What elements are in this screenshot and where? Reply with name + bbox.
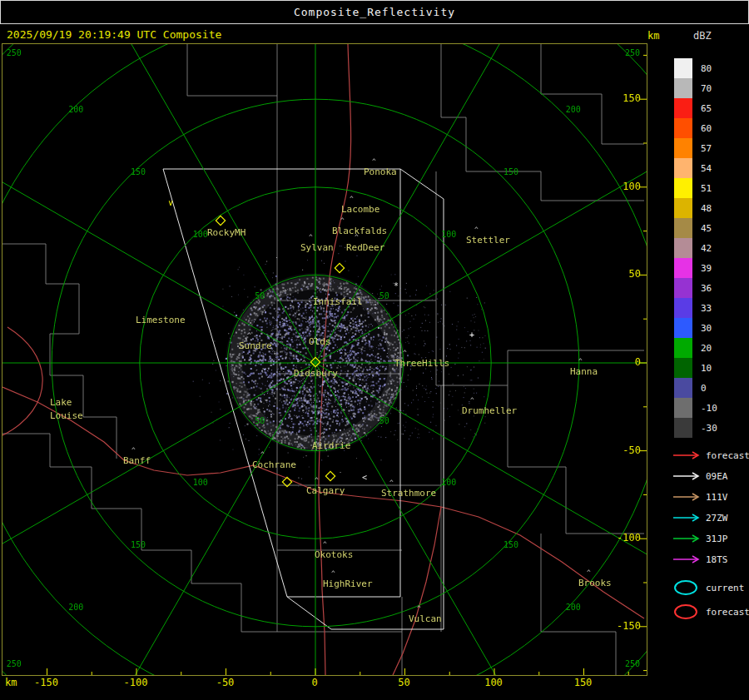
city-label: Strathmore bbox=[381, 488, 436, 499]
legend-arrow-icon bbox=[672, 491, 701, 503]
axis-unit-top-right: km bbox=[647, 30, 659, 42]
colorbar-value: 33 bbox=[701, 303, 712, 314]
city-marker: ^ bbox=[320, 432, 325, 439]
colorbar-value: 48 bbox=[701, 203, 712, 214]
colorbar-value: 30 bbox=[701, 323, 712, 334]
legend-label: forecast bbox=[706, 607, 749, 618]
city-label: Calgary bbox=[306, 485, 345, 496]
city-marker: ^ bbox=[417, 605, 421, 613]
city-marker: ^ bbox=[355, 234, 359, 241]
legend-arrow-icon bbox=[672, 533, 701, 544]
city-marker: ^ bbox=[323, 541, 327, 549]
colorbar-value: 65 bbox=[701, 103, 712, 114]
axis-label-bottom: 50 bbox=[398, 677, 409, 688]
city-label: Didsbury bbox=[294, 368, 338, 379]
city-label: Drumheller bbox=[462, 405, 517, 416]
city-label: Blackfalds bbox=[332, 226, 387, 236]
legend-item: 18TS bbox=[672, 554, 728, 565]
city-label: RockyMH bbox=[207, 227, 246, 238]
city-label: Airdrie bbox=[312, 440, 350, 451]
legend-arrow-icon bbox=[672, 470, 701, 482]
axis-label-right: 50 bbox=[629, 268, 641, 280]
map-label-layer: 150100500-50-100-150Ponoka^Lacombe^Black… bbox=[2, 44, 647, 675]
bottom-axis: -150-100-50050100150 bbox=[2, 677, 647, 690]
city-marker: ^ bbox=[331, 570, 335, 578]
colorbar-value: -30 bbox=[701, 423, 717, 434]
colorbar-value: -10 bbox=[701, 403, 717, 414]
city-label: Sylvan bbox=[300, 242, 334, 253]
colorbar-swatch bbox=[674, 418, 692, 438]
colorbar-value: 80 bbox=[701, 63, 712, 74]
axis-label-right: -100 bbox=[617, 532, 641, 544]
city-label: Banff bbox=[123, 455, 151, 466]
colorbar-value: 51 bbox=[701, 183, 712, 194]
colorbar-swatch bbox=[674, 198, 692, 218]
city-label: Sundre bbox=[239, 340, 272, 351]
colorbar-value: 20 bbox=[701, 343, 712, 354]
colorbar-swatch bbox=[674, 178, 692, 198]
city-marker: ^ bbox=[578, 358, 583, 365]
legend-item: current bbox=[672, 579, 744, 596]
city-label: Vulcan bbox=[409, 613, 442, 624]
colorbar-swatch bbox=[674, 98, 692, 118]
colorbar-swatch bbox=[674, 58, 692, 78]
legend-label: forecast bbox=[706, 450, 749, 461]
axis-label-right: 150 bbox=[623, 92, 641, 104]
city-label: Okotoks bbox=[315, 549, 353, 560]
colorbar: 807065605754514845423936333020100-10-30 bbox=[671, 58, 749, 446]
city-label: Cochrane bbox=[252, 459, 296, 470]
legend-item: 111V bbox=[672, 491, 728, 503]
city-marker: ^ bbox=[403, 350, 407, 357]
city-marker: ^ bbox=[260, 451, 265, 459]
legend-ellipse-icon bbox=[672, 579, 701, 596]
colorbar-value: 57 bbox=[701, 143, 712, 154]
colorbar-value: 36 bbox=[701, 283, 712, 294]
colorbar-swatch bbox=[674, 358, 692, 378]
city-marker: ^ bbox=[340, 217, 345, 225]
legend-item: 27ZW bbox=[672, 512, 728, 524]
city-marker: ^ bbox=[302, 360, 306, 367]
colorbar-value: 0 bbox=[701, 383, 707, 394]
legend-arrow-icon bbox=[672, 554, 701, 565]
legend-label: current bbox=[706, 583, 744, 593]
colorbar-swatch bbox=[674, 398, 692, 418]
colorbar-swatch bbox=[674, 378, 692, 398]
city-label: Ponoka bbox=[364, 166, 397, 177]
city-label: Stettler bbox=[466, 235, 510, 246]
city-label: ThreeHills bbox=[394, 358, 449, 369]
axis-label-bottom: -150 bbox=[34, 677, 58, 688]
colorbar-swatch bbox=[674, 138, 692, 158]
city-marker: ^ bbox=[350, 196, 354, 203]
city-label: Lake bbox=[50, 397, 72, 408]
city-marker: ^ bbox=[309, 234, 313, 241]
city-marker: ^ bbox=[317, 328, 321, 335]
legend-label: 27ZW bbox=[706, 513, 728, 524]
axis-label-right: -150 bbox=[617, 620, 641, 632]
axis-label-right: 0 bbox=[635, 356, 641, 368]
city-label: Innisfail bbox=[313, 296, 363, 307]
timestamp: 2025/09/19 20:19:49 UTC Composite bbox=[7, 28, 221, 41]
colorbar-swatch bbox=[674, 258, 692, 278]
colorbar-swatch bbox=[674, 218, 692, 238]
legend-label: 09EA bbox=[706, 471, 728, 482]
legend-arrow-icon bbox=[672, 512, 701, 524]
city-label: HighRiver bbox=[323, 578, 373, 589]
city-marker: ^ bbox=[131, 447, 136, 454]
legend-item: 31JP bbox=[672, 533, 728, 544]
colorbar-value: 54 bbox=[701, 163, 712, 174]
legend: forecast09EA111V27ZW31JP18TScurrentforec… bbox=[671, 449, 749, 628]
city-label: Limestone bbox=[136, 315, 186, 325]
city-marker: ^ bbox=[247, 332, 251, 340]
city-marker: ^ bbox=[321, 288, 325, 295]
city-marker: ^ bbox=[474, 226, 479, 234]
legend-label: 111V bbox=[706, 492, 728, 503]
city-label: Olds bbox=[309, 336, 331, 347]
page-title: Composite_Reflectivity bbox=[294, 6, 455, 18]
city-marker: ^ bbox=[389, 479, 394, 487]
city-label: RedDeer bbox=[346, 242, 384, 253]
axis-label-right: -50 bbox=[623, 444, 641, 456]
colorbar-value: 42 bbox=[701, 243, 712, 254]
colorbar-title: dBZ bbox=[693, 30, 712, 42]
axis-label-right: 100 bbox=[623, 181, 641, 192]
colorbar-value: 10 bbox=[701, 363, 712, 374]
